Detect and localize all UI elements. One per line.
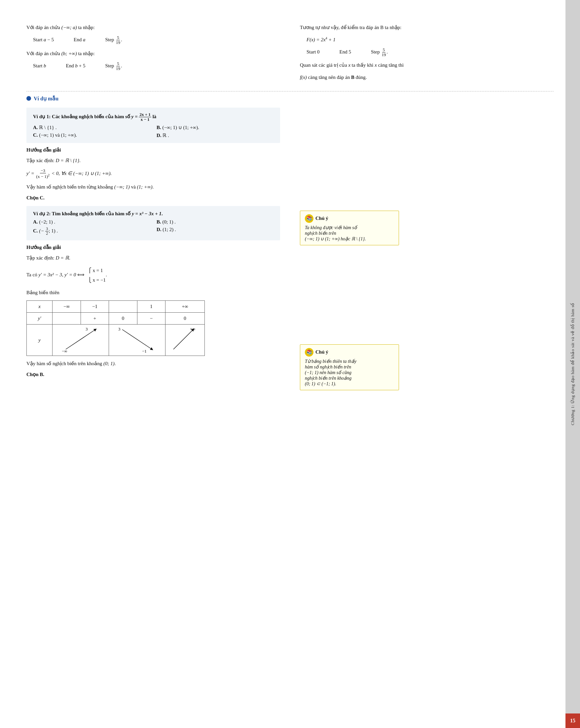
right-obs-1: Quan sát các giá trị của x ta thấy khi x… <box>300 61 554 70</box>
variation-table: x −∞ −1 1 +∞ y′ + 0 − 0 y <box>26 301 205 356</box>
vi-du-mau-header: Ví dụ mẫu <box>26 96 554 102</box>
svg-line-2 <box>66 330 96 349</box>
cell-yp-zero1: 0 <box>109 313 137 324</box>
chu-y-1-line1: Ta không được viết hàm số <box>305 225 394 230</box>
table-row-x: x −∞ −1 1 +∞ <box>27 301 205 313</box>
end-5: End 5 <box>339 49 351 55</box>
chu-y-2-box: 📚 Chú ý Từ bảng biến thiên ta thấy hàm s… <box>300 344 399 390</box>
example2-choices: A. (−2; 1) . B. (0; 1) . C. (− 3 2 ; 1) … <box>33 219 274 236</box>
cell-y-arrow-up: −∞ 3 <box>52 324 109 356</box>
start-end-2: Start b End b + 5 Step 5 19 . <box>33 61 280 71</box>
hd1-line3: Vậy hàm số nghịch biến trên từng khoảng … <box>26 183 280 191</box>
svg-text:+∞: +∞ <box>190 327 196 332</box>
choice-2b: B. (0; 1) . <box>156 219 274 225</box>
sidebar-label: Chương 1: Ứng dụng đạo hàm để khảo sát v… <box>570 303 575 425</box>
fraction-2: 5 19 <box>115 61 121 71</box>
start-label-2: Start b <box>33 63 46 69</box>
hd1-fraction: −3 (x − 1)2 <box>36 168 51 179</box>
sidebar: Chương 1: Ứng dụng đạo hàm để khảo sát v… <box>565 0 580 728</box>
hd2-line1: Tập xác định: D = ℝ. <box>26 254 280 262</box>
right-line-1: Tương tự như vậy, để kiểm tra đáp án B t… <box>300 23 554 32</box>
choice-2c-frac: 3 2 <box>45 227 49 236</box>
svg-line-5 <box>122 330 152 349</box>
chon-2: Chọn B. <box>26 371 280 378</box>
arrow-up2-svg: +∞ <box>170 324 200 354</box>
start-end-1: Start a − 5 End a Step 5 19 . <box>33 35 280 45</box>
cell-y-arrow-down: 3 −1 <box>109 324 166 356</box>
case-x2: ⎩ x = −1 <box>88 275 106 285</box>
start-label-1: Start a − 5 <box>33 37 54 43</box>
line-intro-left-2: Với đáp án chứa (b; +∞) ta nhập: <box>26 49 280 58</box>
step-label-1: Step 5 19 . <box>105 35 122 45</box>
chu-y-2-line1: Từ bảng biến thiên ta thấy <box>305 359 394 364</box>
cell-x-pos-inf: +∞ <box>166 301 205 313</box>
page-number: 15 <box>570 718 575 724</box>
hd2-conclusion: Vậy hàm số nghịch biến trên khoảng (0; 1… <box>26 359 280 368</box>
choice-2a: A. (−2; 1) . <box>33 219 150 225</box>
start-end-right: Start 0 End 5 Step 5 19 . <box>306 48 554 57</box>
svg-line-7 <box>173 330 193 349</box>
chu-y-1-body: Ta không được viết hàm số nghịch biến tr… <box>305 225 394 242</box>
step-label-2: Step 5 19 . <box>105 61 122 71</box>
cell-x-empty <box>109 301 137 313</box>
cell-yp-plus1: + <box>81 313 109 324</box>
hd2-line2: Ta có y′ = 3x² − 3, y′ = 0 ⟺ ⎧ x = 1 ⎩ x… <box>26 266 280 285</box>
chu-y-1-header: 📚 Chú ý <box>305 214 394 223</box>
chu-y-2-line3: (−1; 1) nên hàm số cũng <box>305 370 394 375</box>
cell-yp-label: y′ <box>27 313 52 324</box>
vi-du-mau-title: Ví dụ mẫu <box>34 96 58 102</box>
bien-thien-label: Bảng biến thiên <box>26 288 280 297</box>
cell-yp-zero2: 0 <box>166 313 205 324</box>
examples-section: Ví dụ 1: Các khoảng nghịch biến của hàm … <box>26 105 554 390</box>
left-col: Với đáp án chứa (−∞; a) ta nhập: Start a… <box>26 20 280 85</box>
cell-x-neg-inf: −∞ <box>52 301 81 313</box>
step-right: Step 5 19 . <box>371 48 388 57</box>
top-section: Với đáp án chứa (−∞; a) ta nhập: Start a… <box>26 20 554 85</box>
svg-text:3: 3 <box>85 327 88 332</box>
hd1-line2: y′ = −3 (x − 1)2 < 0, ∀x ∈ (−∞; 1) ∪ (1;… <box>26 168 280 179</box>
right-obs-2: f(x) càng tăng nên đáp án B đúng. <box>300 73 554 82</box>
chu-y-2-title: Chú ý <box>316 349 328 355</box>
example1-box: Ví dụ 1: Các khoảng nghịch biến của hàm … <box>26 108 280 143</box>
table-row-y: y −∞ 3 <box>27 324 205 356</box>
end-label-2: End b + 5 <box>66 63 85 69</box>
table-row-yp: y′ + 0 − 0 <box>27 313 205 324</box>
svg-text:−1: −1 <box>142 349 147 354</box>
ex1-fraction: 2x + 1 x − 1 <box>139 112 151 122</box>
cell-yp-minus: − <box>137 313 165 324</box>
choice-1a: A. ℝ \ {1} . <box>33 125 150 130</box>
svg-text:−∞: −∞ <box>62 349 67 354</box>
section-divider <box>26 91 554 92</box>
arrow-down-svg: 3 −1 <box>116 324 158 354</box>
chu-y-1-title: Chú ý <box>316 215 328 221</box>
huong-dan-1-title: Hướng dẫn giải <box>26 147 280 153</box>
choice-1c: C. (−∞; 1) và (1; +∞). <box>33 132 150 138</box>
line-intro-left: Với đáp án chứa (−∞; a) ta nhập: <box>26 23 280 32</box>
chu-y-2-line2: hàm số nghịch biến trên <box>305 364 394 370</box>
hd1-line1: Tập xác định: D = ℝ \ {1}. <box>26 156 280 165</box>
fraction-1: 5 19 <box>115 35 121 45</box>
fraction-right: 5 19 <box>381 48 386 57</box>
page: Với đáp án chứa (−∞; a) ta nhập: Start a… <box>0 0 580 728</box>
chu-y-1-line3: (−∞; 1) ∪ (1; +∞) hoặc ℝ \ {1}. <box>305 236 394 242</box>
cell-x-1: 1 <box>137 301 165 313</box>
choice-2c: C. (− 3 2 ; 1) . <box>33 227 150 236</box>
arrow-up-svg: −∞ 3 <box>59 324 102 354</box>
cell-y-arrow-up2: +∞ <box>166 324 205 356</box>
examples-left: Ví dụ 1: Các khoảng nghịch biến của hàm … <box>26 105 280 390</box>
chu-y-1-icon: 📚 <box>305 214 313 223</box>
chu-y-2-line4: nghịch biến trên khoảng <box>305 375 394 381</box>
case-x1: ⎧ x = 1 <box>88 266 106 275</box>
chu-y-2-body: Từ bảng biến thiên ta thấy hàm số nghịch… <box>305 359 394 387</box>
cell-y-label: y <box>27 324 52 356</box>
huong-dan-2-title: Hướng dẫn giải <box>26 244 280 250</box>
choice-1d: D. ℝ . <box>156 132 274 138</box>
right-col: Tương tự như vậy, để kiểm tra đáp án B t… <box>300 20 554 85</box>
chu-y-1-line2: nghịch biến trên <box>305 230 394 236</box>
chu-y-2-line5: (0; 1) ⊂ (−1; 1). <box>305 381 394 387</box>
chu-y-2-header: 📚 Chú ý <box>305 348 394 357</box>
example2-title: Ví dụ 2: Tìm khoảng nghịch biến của hàm … <box>33 211 274 216</box>
choice-1b: B. (−∞; 1) ∪ (1; +∞). <box>156 125 274 130</box>
page-number-box: 15 <box>565 713 580 728</box>
example1-choices: A. ℝ \ {1} . B. (−∞; 1) ∪ (1; +∞). C. (−… <box>33 125 274 138</box>
